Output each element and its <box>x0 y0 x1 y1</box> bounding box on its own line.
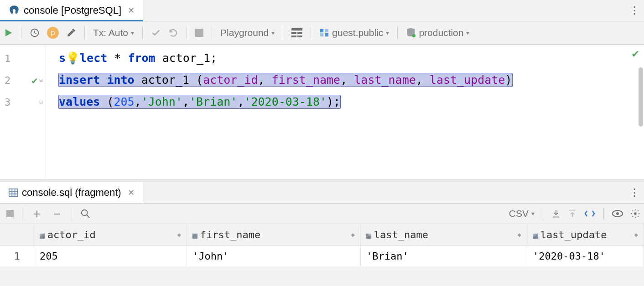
line-number: 2 <box>5 75 10 86</box>
sort-icon[interactable]: ◆ <box>634 231 638 238</box>
schema-dropdown[interactable]: guest.public ▾ <box>316 27 393 38</box>
chevron-down-icon: ▾ <box>271 29 275 36</box>
separator <box>212 26 212 39</box>
svg-rect-3 <box>291 32 296 34</box>
chevron-down-icon: ▾ <box>386 29 389 36</box>
datasource-label: production <box>419 27 463 38</box>
letter-p-icon: p <box>47 27 59 39</box>
schema-label: guest.public <box>332 27 383 38</box>
more-icon[interactable]: ⋮ <box>629 187 639 199</box>
postgresql-icon <box>8 5 20 16</box>
history-button[interactable] <box>26 28 43 38</box>
sort-icon[interactable]: ◆ <box>518 231 521 238</box>
rollback-button[interactable] <box>165 28 182 38</box>
output-layout-button[interactable] <box>288 28 306 37</box>
sort-icon[interactable]: ◆ <box>177 231 181 238</box>
search-button[interactable] <box>77 209 94 219</box>
schema-icon <box>319 28 329 38</box>
separator <box>397 26 398 39</box>
download-button[interactable] <box>548 209 564 218</box>
add-row-button[interactable]: ＋ <box>27 205 47 222</box>
cell-last-update[interactable]: '2020-03-18' <box>527 245 644 266</box>
tx-mode-label: Tx: Auto <box>93 27 128 38</box>
compare-button[interactable] <box>581 209 599 218</box>
column-icon: ▦ <box>533 230 538 240</box>
result-tab[interactable]: console.sql (fragment) ✕ <box>0 182 143 203</box>
cell-actor-id[interactable]: 205 <box>34 245 187 266</box>
splitter[interactable] <box>0 179 644 182</box>
table-icon <box>8 188 18 198</box>
cell-first-name[interactable]: 'John' <box>187 245 361 266</box>
row-number-header[interactable] <box>0 224 34 245</box>
playground-dropdown[interactable]: Playground ▾ <box>217 27 278 38</box>
separator <box>72 207 72 220</box>
code-area[interactable]: s💡lect * from actor_1; insert into actor… <box>46 45 644 179</box>
svg-rect-7 <box>320 29 323 32</box>
line-number: 1 <box>5 53 10 64</box>
view-button[interactable] <box>608 209 627 218</box>
svg-rect-2 <box>291 28 302 31</box>
fold-icon[interactable]: ⊟ <box>40 99 43 105</box>
column-header-first-name[interactable]: ▦first_name ◆ <box>187 224 361 245</box>
separator <box>283 26 283 39</box>
intention-bulb-icon[interactable]: 💡 <box>66 51 80 65</box>
stop-button[interactable] <box>3 210 17 217</box>
playground-label: Playground <box>220 27 269 38</box>
result-tab-bar: console.sql (fragment) ✕ ⋮ <box>0 182 644 204</box>
chevron-down-icon: ▾ <box>531 210 535 217</box>
cell-last-name[interactable]: 'Brian' <box>361 245 527 266</box>
table-header-row: ▦actor_id ◆ ▦first_name ◆ ▦last_name ◆ ▦… <box>0 224 644 245</box>
column-header-actor-id[interactable]: ▦actor_id ◆ <box>34 224 187 245</box>
remove-row-button[interactable]: － <box>47 205 67 222</box>
result-table: ▦actor_id ◆ ▦first_name ◆ ▦last_name ◆ ▦… <box>0 224 644 266</box>
editor-tab-label: console [PostgreSQL] <box>24 5 121 16</box>
editor-tab-console[interactable]: console [PostgreSQL] ✕ <box>0 0 143 21</box>
result-tab-label: console.sql (fragment) <box>22 187 121 199</box>
upload-button[interactable] <box>564 209 581 218</box>
separator <box>603 207 604 220</box>
chevron-down-icon: ▾ <box>466 29 469 36</box>
separator <box>21 26 21 39</box>
svg-rect-10 <box>325 33 328 36</box>
export-format-dropdown[interactable]: CSV ▾ <box>505 208 538 219</box>
separator <box>84 26 85 39</box>
close-icon[interactable]: ✕ <box>128 5 135 15</box>
separator <box>311 26 311 39</box>
close-icon[interactable]: ✕ <box>128 188 135 198</box>
datasource-dropdown[interactable]: production ▾ <box>402 27 473 38</box>
svg-rect-5 <box>291 36 296 37</box>
sort-icon[interactable]: ◆ <box>351 231 355 238</box>
editor-tab-bar: console [PostgreSQL] ✕ ⋮ <box>0 0 644 21</box>
settings-button[interactable] <box>62 28 80 38</box>
pin-button[interactable]: p <box>43 27 62 39</box>
fold-icon[interactable]: ⊟ <box>40 77 43 83</box>
table-row[interactable]: 1 205 'John' 'Brian' '2020-03-18' <box>0 245 644 266</box>
svg-rect-4 <box>297 32 302 34</box>
inspection-ok-icon[interactable]: ✔ <box>631 48 639 60</box>
separator <box>22 207 22 220</box>
svg-line-20 <box>87 215 89 218</box>
commit-button[interactable] <box>147 28 165 38</box>
column-header-last-update[interactable]: ▦last_update ◆ <box>527 224 644 245</box>
tx-mode-dropdown[interactable]: Tx: Auto ▾ <box>89 27 138 38</box>
separator <box>142 26 143 39</box>
result-toolbar: ＋ － CSV ▾ <box>0 204 644 224</box>
line-number: 3 <box>5 97 10 108</box>
gutter: 1 2 ✔ ⊟ 3⊟ <box>0 45 46 179</box>
stop-button[interactable] <box>192 29 207 37</box>
svg-rect-8 <box>325 29 328 32</box>
run-button[interactable] <box>0 28 16 37</box>
settings-button[interactable] <box>627 209 644 219</box>
svg-rect-1 <box>195 29 203 37</box>
svg-rect-6 <box>297 36 302 37</box>
column-header-last-name[interactable]: ▦last_name ◆ <box>361 224 527 245</box>
more-icon[interactable]: ⋮ <box>629 5 639 16</box>
scrollbar[interactable] <box>639 67 643 127</box>
svg-rect-18 <box>6 210 14 217</box>
column-icon: ▦ <box>366 230 371 240</box>
editor-toolbar: p Tx: Auto ▾ Playground ▾ guest.public ▾ <box>0 21 644 45</box>
column-icon: ▦ <box>192 230 197 240</box>
export-format-label: CSV <box>509 208 529 219</box>
sql-editor[interactable]: 1 2 ✔ ⊟ 3⊟ s💡lect * from actor_1; insert… <box>0 45 644 179</box>
row-number: 1 <box>0 245 34 266</box>
